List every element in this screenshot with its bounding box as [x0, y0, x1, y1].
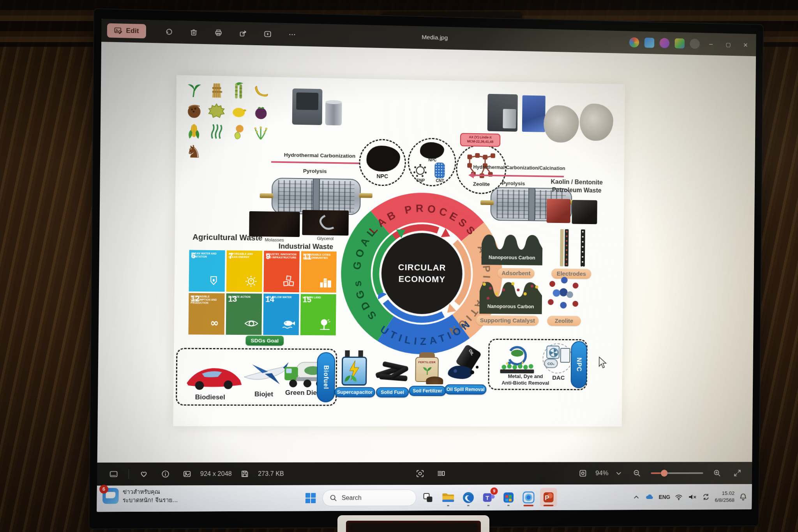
zoom-in-icon[interactable]	[710, 466, 724, 480]
seaweed-icon	[207, 122, 225, 141]
npc-group-box: Metal, Dye and Anti-Biotic Removal CO₂ D…	[488, 339, 588, 390]
minimize-button[interactable]: –	[703, 36, 719, 52]
edge-split-app-icon[interactable]	[644, 38, 655, 48]
sugarcane-icon	[230, 82, 248, 100]
zoom-slider[interactable]	[651, 472, 703, 474]
svg-text:T: T	[486, 495, 489, 501]
edit-button-label: Edit	[126, 27, 139, 35]
biofuel-pill: Biofuel	[317, 352, 335, 402]
tray-date: 6/8/2568	[715, 497, 734, 504]
news-widget-toast[interactable]: 6 ข่าวสำหรับคุณ ระบาดหนัก! จีนราย...	[102, 488, 223, 505]
npc-pill: NPC	[570, 341, 587, 388]
htc-reactor-icon	[292, 88, 344, 130]
kaolin-label: Kaolin / Bentonite Petroleum Waste	[535, 178, 618, 195]
sdg-goal-tiles: 6CLEAN WATER AND SANITATION7AFFORDABLE A…	[189, 250, 337, 335]
zoom-slider-handle[interactable]	[661, 470, 668, 477]
notification-badge: 6	[99, 485, 108, 493]
more-options-icon[interactable]	[284, 27, 300, 42]
sdgs-goal-pill: SDGs Goal	[245, 336, 284, 346]
solid-fuel-pill: Solid Fuel	[376, 387, 409, 398]
microsoft-store-button[interactable]	[500, 488, 517, 507]
biojet-label: Biojet	[244, 391, 284, 398]
share-icon[interactable]	[235, 25, 251, 41]
task-view-button[interactable]	[419, 488, 436, 507]
info-icon[interactable]	[158, 467, 173, 482]
cnp-label: CNP	[412, 178, 429, 183]
npc-label: NPC	[360, 173, 405, 180]
coconut-icon	[185, 101, 204, 120]
search-input[interactable]: Search	[322, 490, 417, 506]
agricultural-waste-icons: ♞	[182, 79, 274, 233]
search-icon	[329, 494, 337, 502]
banana-icon	[252, 82, 270, 101]
photos-status-bar: 924 x 2048 273.7 KB 94%	[97, 462, 752, 486]
slideshow-icon[interactable]	[260, 26, 276, 42]
circular-economy-ring: LAB PROCESSAPPILCATIONUTILIZATIONSDGs GO…	[336, 184, 507, 362]
horse-icon: ♞	[184, 142, 203, 161]
visibility-app-icon[interactable]	[690, 39, 699, 49]
biodiesel-car-icon	[184, 362, 244, 392]
notification-bell-icon[interactable]	[738, 492, 748, 502]
zoom-chevron-icon[interactable]	[614, 466, 624, 481]
zeolite-pill: Zeolite	[547, 316, 581, 326]
file-explorer-button[interactable]	[440, 488, 457, 507]
volume-muted-icon[interactable]	[688, 492, 697, 502]
restore-button[interactable]: ▢	[721, 37, 736, 52]
sdg-tile-15: 15LIFE ON LAND	[300, 294, 336, 335]
tv-screen: Edit Media.jpg – ▢ ×	[97, 19, 756, 512]
filmstrip-toggle-icon[interactable]	[106, 467, 122, 482]
durian-icon	[207, 102, 226, 120]
spot-fix-icon[interactable]	[413, 466, 427, 481]
edit-button[interactable]: Edit	[107, 23, 147, 39]
industrial-waste-label: Industrial Waste	[261, 242, 350, 251]
cashew-icon	[230, 123, 248, 141]
compare-panel-icon[interactable]	[434, 466, 448, 481]
paint-app-icon[interactable]	[675, 38, 685, 48]
npc2-label: NPC	[421, 158, 444, 163]
tray-chevron-up-icon[interactable]	[631, 492, 641, 502]
fertilizer-bag-text: FERTILIZER	[417, 361, 437, 364]
start-button[interactable]	[302, 489, 320, 507]
close-button[interactable]: ×	[738, 37, 753, 53]
fullscreen-icon[interactable]	[730, 466, 745, 480]
zeolite-types-tag: AX (Y) Linde-X MCM-22,36,41,48	[460, 133, 501, 147]
biojet-plane-icon	[242, 358, 290, 390]
sdg-tile-14: 14LIFE BELOW WATER	[263, 293, 299, 335]
wifi-icon[interactable]	[674, 492, 684, 502]
sync-icon[interactable]	[701, 492, 711, 502]
teams-button[interactable]: 9 T	[480, 488, 497, 507]
sdg-tile-6: 6CLEAN WATER AND SANITATION	[189, 250, 225, 292]
zoom-out-icon[interactable]	[630, 466, 644, 481]
delete-icon[interactable]	[186, 24, 202, 40]
actual-size-icon[interactable]	[576, 466, 590, 481]
npc-sample-circle: NPC	[359, 139, 406, 186]
news-widget-icon: 6	[102, 488, 119, 504]
sdg-tile-13: 13CLIMATE ACTION	[226, 293, 262, 335]
taskbar-clock[interactable]: 15.02 6/8/2568	[715, 490, 734, 504]
teams-badge: 9	[491, 488, 498, 495]
toast-title: ข่าวสำหรับคุณ	[123, 488, 178, 497]
cnt-label: CNT	[431, 178, 448, 183]
designer-app-icon[interactable]	[660, 38, 670, 48]
adsorbent-pill: Adsorbent	[498, 268, 535, 279]
straw-bundle-icon	[207, 81, 226, 99]
photos-app-button[interactable]	[520, 488, 537, 507]
zeolite-crystal-icon	[546, 276, 581, 314]
copilot-app-icon[interactable]	[629, 37, 639, 48]
npc-carbon-image	[366, 145, 400, 172]
npc-cnp-cnt-circle: NPC CNP CNT	[408, 138, 456, 187]
edge-browser-button[interactable]	[460, 488, 477, 507]
windows-taskbar: 6 ข่าวสำหรับคุณ ระบาดหนัก! จีนราย... Sea…	[97, 484, 752, 512]
dimensions-icon	[179, 467, 194, 482]
powerpoint-button[interactable]: P	[540, 488, 557, 507]
petroleum-waste-dark-sample	[572, 200, 597, 224]
solid-fuel-icon	[374, 359, 410, 385]
toast-snippet: ระบาดหนัก! จีนราย...	[123, 496, 178, 505]
language-indicator[interactable]: ENG	[659, 494, 671, 500]
metal-dye-removal-icon	[498, 342, 536, 375]
favorite-heart-icon[interactable]	[136, 467, 152, 482]
rotate-icon[interactable]	[161, 24, 177, 40]
nanoporous-carbon-2-label: Nanoporous Carbon	[480, 304, 541, 309]
print-icon[interactable]	[210, 25, 226, 41]
onedrive-cloud-icon[interactable]	[645, 492, 655, 502]
